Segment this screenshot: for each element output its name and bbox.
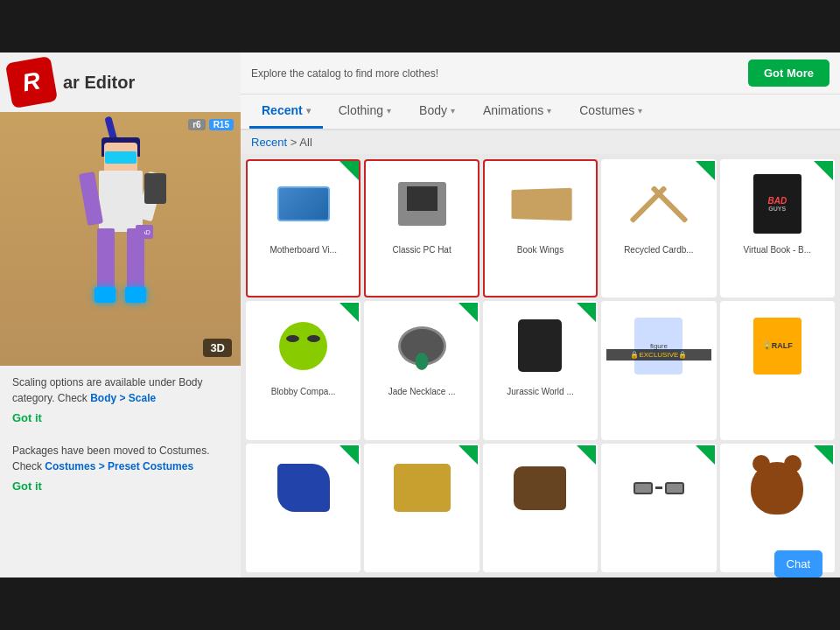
sunglass-bridge <box>655 486 662 489</box>
left-panel-header: R ar Editor <box>0 52 241 112</box>
tab-costumes[interactable]: Costumes ▾ <box>567 94 654 129</box>
catalog-info-text: Explore the catalog to find more clothes… <box>251 67 438 80</box>
get-more-button[interactable]: Got More <box>748 60 830 87</box>
blobby-shape <box>279 322 327 370</box>
item-card-jurassic[interactable]: Jurassic World ... <box>483 301 598 439</box>
book-wing-shape <box>512 187 572 220</box>
tab-recent[interactable]: Recent ▾ <box>249 94 323 129</box>
tab-body-arrow: ▾ <box>451 106 455 116</box>
avatar-right-leg <box>127 228 144 290</box>
items-grid: Motherboard Vi... Classic PC Hat Book Wi… <box>241 154 840 578</box>
item-card-blobby[interactable]: Blobby Compa... <box>246 301 360 439</box>
item-card-book-wing[interactable]: Book Wings <box>483 159 598 298</box>
jade-necklace-img <box>369 306 473 385</box>
sword1 <box>629 185 667 222</box>
item-card-gold-rhino[interactable] <box>364 444 479 572</box>
badges-row: r6 R15 <box>188 119 234 130</box>
info-panel: Scaling options are available under Body… <box>0 366 241 503</box>
virtual-book-label: Virtual Book - B... <box>725 243 830 256</box>
tab-clothing-label: Clothing <box>339 103 383 117</box>
tab-body-label: Body <box>419 103 447 117</box>
tab-animations-label: Animations <box>483 103 543 117</box>
catalog-header: Explore the catalog to find more clothes… <box>241 52 840 94</box>
tabs-row: Recent ▾ Clothing ▾ Body ▾ Animations ▾ … <box>241 94 840 130</box>
breadcrumb-parent[interactable]: Recent <box>251 136 287 149</box>
tab-body[interactable]: Body ▾ <box>407 94 467 129</box>
tab-costumes-label: Costumes <box>579 103 634 117</box>
book-wing-img <box>488 164 592 243</box>
bottom-bar <box>0 578 840 630</box>
breadcrumb-child: All <box>299 136 312 149</box>
avatar-right-boot <box>125 287 146 303</box>
avatar-left-boot <box>94 287 116 303</box>
avatar-left-leg <box>97 228 115 290</box>
item-card-motherboard[interactable]: Motherboard Vi... <box>246 159 360 298</box>
blobby-label: Blobby Compa... <box>251 385 355 398</box>
info-message-1: Scaling options are available under Body… <box>12 374 228 406</box>
tab-animations[interactable]: Animations ▾ <box>471 94 564 129</box>
avatar-figure: BAD <box>64 134 178 344</box>
recycled-cardb-label: Recycled Cardb... <box>606 243 710 256</box>
recycled-cardb-img <box>606 164 710 243</box>
r6-badge[interactable]: r6 <box>188 119 205 130</box>
jade-necklace-shape <box>398 326 446 366</box>
swords-shape <box>633 176 685 233</box>
blobby-img <box>251 306 355 385</box>
item-card-recycled-cardb[interactable]: Recycled Cardb... <box>601 159 716 298</box>
gold-rhino-label <box>369 528 473 531</box>
tab-recent-arrow: ▾ <box>306 106 311 116</box>
got-it-1[interactable]: Got it <box>12 410 228 427</box>
gold-rhino-img <box>369 449 473 528</box>
top-bar <box>0 0 840 52</box>
avatar-backpack <box>144 173 166 204</box>
item-card-classic-pc[interactable]: Classic PC Hat <box>364 159 479 298</box>
tab-animations-arrow: ▾ <box>547 106 551 116</box>
sunglasses-shape <box>630 472 687 503</box>
main-container: R ar Editor r6 R15 BAD <box>0 0 840 630</box>
got-it-2[interactable]: Got it <box>12 478 228 495</box>
bad-guys-shape: BAD GUYS <box>753 174 802 234</box>
item-card-ralf[interactable]: 🔒RALF <box>720 301 835 439</box>
book-wing-label: Book Wings <box>488 243 592 256</box>
app-title: ar Editor <box>63 73 135 93</box>
jurassic-img <box>488 306 592 385</box>
tab-clothing-arrow: ▾ <box>387 106 391 116</box>
item-card-virtual-book[interactable]: BAD GUYS Virtual Book - B... <box>720 159 835 298</box>
exclusive-badge: 🔒EXCLUSIVE🔒 <box>606 349 710 360</box>
bear-label <box>725 528 830 531</box>
avatar-visor <box>105 151 136 164</box>
ralf-label <box>725 385 830 388</box>
sunglass-left-lens <box>634 482 653 494</box>
bear-shape <box>751 462 803 514</box>
classic-pc-img <box>369 164 473 243</box>
avatar-body: BAD <box>99 171 143 232</box>
three-d-badge[interactable]: 3D <box>203 339 232 357</box>
exclusive-img: figure 🔒EXCLUSIVE🔒 <box>606 306 710 385</box>
breadcrumb: Recent > All <box>241 130 840 154</box>
sunglasses-label <box>606 528 710 531</box>
tab-clothing[interactable]: Clothing ▾ <box>326 94 403 129</box>
item-card-brown-feet[interactable] <box>483 444 598 572</box>
chat-button[interactable]: Chat <box>774 550 822 578</box>
pc-hat-shape <box>398 182 446 226</box>
item-card-jade-necklace[interactable]: Jade Necklace ... <box>364 301 479 439</box>
right-panel: Explore the catalog to find more clothes… <box>241 52 840 578</box>
motherboard-label: Motherboard Vi... <box>251 243 355 256</box>
item-card-exclusive[interactable]: figure 🔒EXCLUSIVE🔒 <box>601 301 716 439</box>
virtual-book-img: BAD GUYS <box>725 164 830 243</box>
brown-feet-label <box>488 528 592 531</box>
costumes-link[interactable]: Costumes > Preset Costumes <box>45 460 193 472</box>
tab-recent-label: Recent <box>262 103 303 117</box>
jurassic-label: Jurassic World ... <box>488 385 592 398</box>
body-scale-link[interactable]: Body > Scale <box>90 392 156 404</box>
item-card-sunglasses[interactable] <box>601 444 716 572</box>
ralf-img: 🔒RALF <box>725 306 830 385</box>
jade-necklace-label: Jade Necklace ... <box>369 385 473 398</box>
r15-badge[interactable]: R15 <box>209 119 234 130</box>
classic-pc-label: Classic PC Hat <box>369 243 473 256</box>
left-panel: R ar Editor r6 R15 BAD <box>0 52 241 578</box>
gold-rhino-shape <box>394 464 451 512</box>
blue-thing-img <box>251 449 355 528</box>
avatar-preview: r6 R15 BAD <box>0 112 241 366</box>
item-card-blue-thing[interactable] <box>246 444 360 572</box>
